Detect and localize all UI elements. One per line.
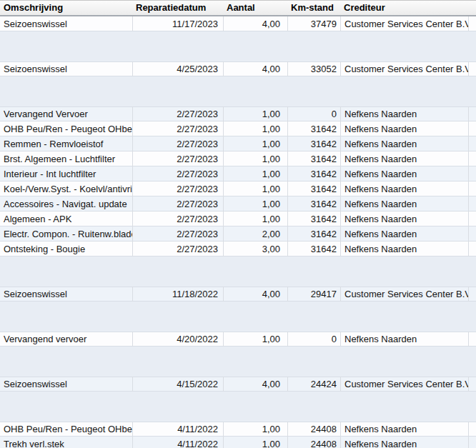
cell-aantal: 4,00 xyxy=(224,287,288,302)
cell-km: 31642 xyxy=(288,166,341,181)
cell-extra xyxy=(469,61,476,76)
cell-omschrijving: Ontsteking - Bougie xyxy=(0,242,133,257)
cell-datum: 2/27/2023 xyxy=(133,181,224,196)
cell-crediteur xyxy=(341,91,469,106)
table-row[interactable]: Ontsteking - Bougie2/27/20233,0031642Nef… xyxy=(0,242,476,257)
cell-datum: 2/27/2023 xyxy=(133,151,224,166)
table-row[interactable]: Seizoenswissel4/25/20234,0033052Customer… xyxy=(0,61,476,76)
cell-km: 31642 xyxy=(288,227,341,242)
cell-aantal xyxy=(224,272,288,287)
cell-omschrijving xyxy=(0,91,133,106)
cell-extra xyxy=(469,437,476,448)
cell-omschrijving: Interieur - Int luchtfilter xyxy=(0,166,133,181)
cell-crediteur: Nefkens Naarden xyxy=(341,227,469,242)
cell-extra xyxy=(469,377,476,392)
column-header-omschrijving[interactable]: Omschrijving xyxy=(0,0,133,15)
cell-aantal: 1,00 xyxy=(224,422,288,437)
cell-aantal xyxy=(224,347,288,362)
cell-datum: 2/27/2023 xyxy=(133,211,224,227)
cell-km: 24408 xyxy=(288,422,341,437)
cell-omschrijving: Trekh verl.stek xyxy=(0,437,133,448)
cell-aantal xyxy=(224,46,288,61)
column-header-aantal[interactable]: Aantal xyxy=(224,0,288,15)
cell-km xyxy=(288,31,341,46)
cell-datum: 4/11/2022 xyxy=(133,422,224,437)
cell-datum: 4/11/2022 xyxy=(133,437,224,448)
table-row[interactable]: Vervangend vervoer4/20/20221,000Nefkens … xyxy=(0,332,476,347)
cell-km: 31642 xyxy=(288,136,341,151)
cell-aantal xyxy=(224,407,288,422)
cell-crediteur: Nefkens Naarden xyxy=(341,121,469,136)
cell-aantal: 4,00 xyxy=(224,61,288,76)
table-row[interactable]: Seizoenswissel4/15/20224,0024424Customer… xyxy=(0,377,476,392)
table-row[interactable]: Seizoenswissel11/17/20234,0037479Custome… xyxy=(0,16,476,31)
cell-km: 24424 xyxy=(288,377,341,392)
cell-extra xyxy=(469,392,476,407)
cell-crediteur: Nefkens Naarden xyxy=(341,211,469,227)
column-header-km-stand[interactable]: Km-stand xyxy=(288,0,341,15)
cell-crediteur: Nefkens Naarden xyxy=(341,196,469,211)
cell-omschrijving: Algemeen - APK xyxy=(0,211,133,227)
cell-datum xyxy=(133,407,224,422)
cell-datum: 4/20/2022 xyxy=(133,332,224,347)
cell-omschrijving: Seizoenswissel xyxy=(0,287,133,302)
cell-aantal: 4,00 xyxy=(224,16,288,31)
cell-km: 31642 xyxy=(288,196,341,211)
cell-omschrijving xyxy=(0,46,133,61)
cell-extra xyxy=(469,407,476,422)
cell-extra xyxy=(469,257,476,272)
cell-datum: 11/18/2022 xyxy=(133,287,224,302)
table-row[interactable]: Brst. Algemeen - Luchtfilter2/27/20231,0… xyxy=(0,151,476,166)
blank-row xyxy=(0,31,476,46)
table-row[interactable]: Seizoenswissel11/18/20224,0029417Custome… xyxy=(0,287,476,302)
cell-datum xyxy=(133,272,224,287)
table-row[interactable]: Remmen - Remvloeistof2/27/20231,0031642N… xyxy=(0,136,476,151)
cell-datum: 4/15/2022 xyxy=(133,377,224,392)
table-row[interactable]: Koel-/Verw.Syst. - Koelvl/antivries2/27/… xyxy=(0,181,476,196)
table-row[interactable]: Interieur - Int luchtfilter2/27/20231,00… xyxy=(0,166,476,181)
cell-datum xyxy=(133,46,224,61)
blank-row xyxy=(0,302,476,317)
cell-km: 37479 xyxy=(288,16,341,31)
blank-row xyxy=(0,272,476,287)
cell-datum: 2/27/2023 xyxy=(133,106,224,121)
cell-extra xyxy=(469,422,476,437)
cell-crediteur: Nefkens Naarden xyxy=(341,437,469,448)
table-row[interactable]: Algemeen - APK2/27/20231,0031642Nefkens … xyxy=(0,211,476,227)
table-row[interactable]: Trekh verl.stek4/11/20221,0024408Nefkens… xyxy=(0,437,476,448)
cell-datum xyxy=(133,362,224,377)
table-row[interactable]: Vervangend Vervoer2/27/20231,000Nefkens … xyxy=(0,106,476,121)
cell-extra xyxy=(469,181,476,196)
cell-omschrijving xyxy=(0,31,133,46)
cell-extra xyxy=(469,31,476,46)
cell-crediteur xyxy=(341,347,469,362)
cell-aantal xyxy=(224,302,288,317)
cell-datum xyxy=(133,76,224,91)
table-row[interactable]: Electr. Compon. - Ruitenw.bladen2/27/202… xyxy=(0,227,476,242)
cell-extra xyxy=(469,242,476,257)
cell-aantal xyxy=(224,257,288,272)
cell-crediteur: Nefkens Naarden xyxy=(341,151,469,166)
table-row[interactable]: Accessoires - Navigat. update2/27/20231,… xyxy=(0,196,476,211)
cell-km xyxy=(288,91,341,106)
cell-crediteur: Nefkens Naarden xyxy=(341,136,469,151)
cell-aantal: 1,00 xyxy=(224,211,288,227)
blank-row xyxy=(0,347,476,362)
cell-extra xyxy=(469,151,476,166)
cell-omschrijving: Brst. Algemeen - Luchtfilter xyxy=(0,151,133,166)
table-row[interactable]: OHB Peu/Ren - Peugeot OHbeurt4/11/20221,… xyxy=(0,422,476,437)
cell-km: 0 xyxy=(288,106,341,121)
blank-row xyxy=(0,76,476,91)
cell-km xyxy=(288,257,341,272)
cell-extra xyxy=(469,121,476,136)
table-row[interactable]: OHB Peu/Ren - Peugeot OHbeurt2/27/20231,… xyxy=(0,121,476,136)
cell-km xyxy=(288,46,341,61)
cell-aantal: 1,00 xyxy=(224,437,288,448)
column-header-crediteur[interactable]: Crediteur xyxy=(341,0,469,15)
cell-crediteur: Customer Services Center B.V. xyxy=(341,61,469,76)
column-header-reparatiedatum[interactable]: Reparatiedatum xyxy=(133,0,224,15)
cell-omschrijving: Electr. Compon. - Ruitenw.bladen xyxy=(0,227,133,242)
blank-row xyxy=(0,257,476,272)
cell-datum: 2/27/2023 xyxy=(133,242,224,257)
cell-extra xyxy=(469,76,476,91)
